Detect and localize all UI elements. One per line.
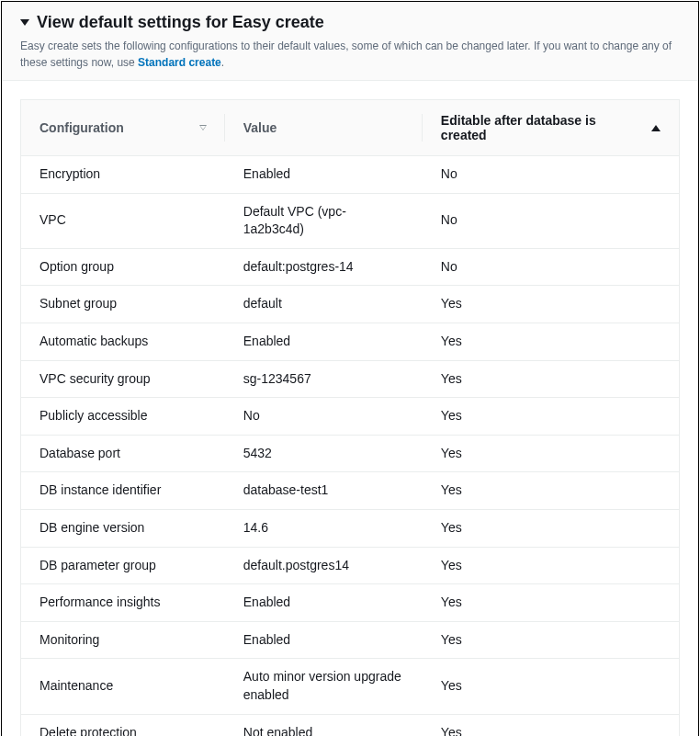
panel-title: View default settings for Easy create	[37, 13, 324, 32]
table-row: EncryptionEnabledNo	[21, 156, 680, 194]
table-row: DB parameter groupdefault.postgres14Yes	[21, 547, 680, 584]
cell-editable: Yes	[423, 584, 680, 622]
cell-value: Auto minor version upgrade enabled	[225, 659, 423, 714]
cell-editable: Yes	[423, 398, 680, 436]
table-row: VPCDefault VPC (vpc-1a2b3c4d)No	[21, 193, 680, 248]
cell-editable: Yes	[423, 547, 680, 584]
cell-editable: Yes	[423, 286, 680, 323]
cell-editable: Yes	[423, 360, 680, 398]
cell-value: Enabled	[225, 156, 423, 194]
table-row: Performance insightsEnabledYes	[21, 584, 680, 622]
cell-editable: Yes	[423, 323, 680, 360]
cell-value: Enabled	[225, 584, 423, 622]
cell-configuration: Automatic backups	[21, 323, 225, 360]
sort-ascending-icon	[651, 125, 660, 131]
cell-configuration: VPC	[21, 193, 225, 248]
table-row: VPC security groupsg-1234567Yes	[21, 360, 680, 398]
cell-configuration: Database port	[21, 435, 225, 472]
sort-caret-icon	[199, 125, 207, 130]
cell-configuration: Encryption	[21, 156, 225, 194]
cell-configuration: DB instance identifier	[21, 472, 225, 510]
cell-value: sg-1234567	[225, 360, 423, 398]
cell-configuration: Subnet group	[21, 286, 225, 323]
cell-editable: No	[423, 193, 680, 248]
cell-editable: No	[423, 248, 680, 286]
cell-value: Default VPC (vpc-1a2b3c4d)	[225, 193, 423, 248]
column-header-configuration[interactable]: Configuration	[21, 100, 225, 156]
cell-value: Enabled	[225, 323, 423, 360]
table-row: MonitoringEnabledYes	[21, 621, 680, 659]
cell-configuration: Delete protection	[21, 714, 225, 736]
cell-configuration: Option group	[21, 248, 225, 286]
cell-value: database-test1	[225, 472, 423, 510]
description-text-post: .	[221, 56, 224, 69]
cell-configuration: DB engine version	[21, 509, 225, 547]
table-row: Option groupdefault:postgres-14No	[21, 248, 680, 286]
cell-value: Not enabled	[225, 714, 423, 736]
table-row: Automatic backupsEnabledYes	[21, 323, 680, 360]
cell-configuration: Publicly accessible	[21, 398, 225, 436]
cell-configuration: VPC security group	[21, 360, 225, 398]
table-row: DB instance identifierdatabase-test1Yes	[21, 472, 680, 510]
table-row: Publicly accessibleNoYes	[21, 398, 680, 436]
cell-editable: No	[423, 156, 680, 194]
cell-configuration: DB parameter group	[21, 547, 225, 584]
table-container: Configuration Value Editable after datab…	[2, 81, 698, 736]
table-row: MaintenanceAuto minor version upgrade en…	[21, 659, 680, 714]
cell-value: No	[225, 398, 423, 436]
cell-value: default:postgres-14	[225, 248, 423, 286]
table-row: DB engine version14.6Yes	[21, 509, 680, 547]
panel-header: View default settings for Easy create Ea…	[2, 2, 698, 81]
cell-editable: Yes	[423, 472, 680, 510]
cell-configuration: Maintenance	[21, 659, 225, 714]
cell-editable: Yes	[423, 659, 680, 714]
cell-editable: Yes	[423, 714, 680, 736]
panel-toggle[interactable]: View default settings for Easy create	[20, 13, 680, 32]
standard-create-link[interactable]: Standard create	[138, 56, 221, 69]
cell-value: default.postgres14	[225, 547, 423, 584]
table-row: Subnet groupdefaultYes	[21, 286, 680, 323]
table-row: Delete protectionNot enabledYes	[21, 714, 680, 736]
cell-editable: Yes	[423, 435, 680, 472]
column-label: Configuration	[40, 120, 124, 135]
column-label: Value	[243, 120, 277, 135]
table-row: Database port5432Yes	[21, 435, 680, 472]
cell-editable: Yes	[423, 509, 680, 547]
cell-value: 14.6	[225, 509, 423, 547]
description-text-pre: Easy create sets the following configura…	[20, 40, 672, 69]
easy-create-settings-panel: View default settings for Easy create Ea…	[1, 1, 699, 736]
cell-value: Enabled	[225, 621, 423, 659]
default-settings-table: Configuration Value Editable after datab…	[20, 99, 680, 736]
column-header-editable[interactable]: Editable after database is created	[423, 100, 680, 156]
caret-down-icon	[20, 19, 29, 26]
panel-description: Easy create sets the following configura…	[20, 38, 680, 71]
column-label: Editable after database is created	[441, 113, 644, 142]
cell-configuration: Performance insights	[21, 584, 225, 622]
cell-value: default	[225, 286, 423, 323]
cell-editable: Yes	[423, 621, 680, 659]
cell-value: 5432	[225, 435, 423, 472]
cell-configuration: Monitoring	[21, 621, 225, 659]
column-header-value[interactable]: Value	[225, 100, 423, 156]
